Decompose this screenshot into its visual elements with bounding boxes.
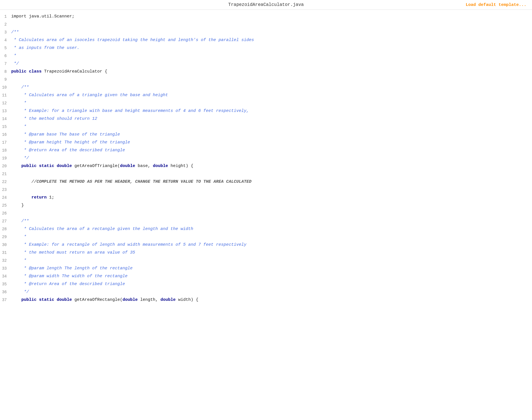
line-number: 4: [0, 36, 11, 44]
code-line: 34 * @param width The width of the recta…: [0, 272, 532, 280]
code-line: 32 *: [0, 257, 532, 265]
line-number: 10: [0, 83, 11, 91]
token-kw: double: [153, 164, 168, 168]
line-content[interactable]: * Calculates area of a triangle given th…: [11, 91, 532, 99]
line-content[interactable]: /**: [11, 28, 532, 36]
line-number: 16: [0, 131, 11, 139]
line-content[interactable]: */: [11, 60, 532, 68]
line-number: 2: [0, 21, 11, 28]
line-number: 11: [0, 91, 11, 99]
line-number: 18: [0, 146, 11, 154]
line-content[interactable]: public class TrapezoidAreaCalculator {: [11, 68, 532, 76]
line-number: 26: [0, 209, 11, 217]
line-content[interactable]: [11, 209, 532, 217]
line-number: 23: [0, 186, 11, 194]
token-txt: [54, 297, 57, 302]
code-line: 27 /**: [0, 217, 532, 225]
code-line: 31 * the method must return an area valu…: [0, 249, 532, 257]
token-txt: 1;: [47, 195, 54, 200]
token-kw: double: [160, 297, 176, 302]
token-txt: length,: [138, 297, 160, 302]
code-line: 36 */: [0, 288, 532, 296]
code-line: 11 * Calculates area of a triangle given…: [0, 91, 532, 99]
code-line: 12 *: [0, 99, 532, 107]
token-kw: static: [39, 297, 54, 302]
token-txt: [54, 164, 57, 168]
line-number: 27: [0, 217, 11, 225]
line-content[interactable]: * @return Area of the described triangle: [11, 280, 532, 288]
line-content[interactable]: * Example: for a rectangle of length and…: [11, 241, 532, 249]
line-content[interactable]: /**: [11, 217, 532, 225]
code-line: 14 * the method should return 12: [0, 115, 532, 123]
token-kw: return: [31, 195, 47, 200]
code-editor: 1import java.util.Scanner;2 3/**4 * Calc…: [0, 10, 532, 307]
line-content[interactable]: * @return Area of the described triangle: [11, 146, 532, 154]
line-content[interactable]: * Calculates area of an isoceles trapezo…: [11, 36, 532, 44]
line-content[interactable]: */: [11, 154, 532, 162]
line-content[interactable]: *: [11, 257, 532, 265]
line-content[interactable]: * as inputs from the user.: [11, 44, 532, 52]
code-line: 21: [0, 170, 532, 178]
line-content[interactable]: * the method must return an area value o…: [11, 249, 532, 257]
line-content[interactable]: * Calculates the area of a rectangle giv…: [11, 225, 532, 233]
token-cm: /**: [11, 30, 19, 35]
token-txt: TrapezoidAreaCalculator {: [42, 69, 107, 74]
line-content[interactable]: * Example: for a triangle with base and …: [11, 107, 532, 115]
line-content[interactable]: * @param length The length of the rectan…: [11, 265, 532, 272]
token-txt: height) {: [168, 164, 193, 168]
line-content[interactable]: //COMPLETE THE METHOD AS PER THE HEADER,…: [11, 178, 532, 186]
line-content[interactable]: * @param width The width of the rectangl…: [11, 272, 532, 280]
line-number: 21: [0, 170, 11, 178]
token-cm: * Example: for a rectangle of length and…: [11, 242, 246, 247]
line-content[interactable]: *: [11, 123, 532, 131]
code-line: 15 *: [0, 123, 532, 131]
token-txt: [11, 164, 21, 168]
token-cm: */: [11, 61, 19, 66]
line-content[interactable]: */: [11, 288, 532, 296]
line-content[interactable]: [11, 21, 532, 28]
code-line: 5 * as inputs from the user.: [0, 44, 532, 52]
line-content[interactable]: /**: [11, 83, 532, 91]
line-content[interactable]: *: [11, 52, 532, 60]
line-content[interactable]: }: [11, 202, 532, 209]
line-number: 24: [0, 194, 11, 202]
code-line: 24 return 1;: [0, 194, 532, 202]
line-content[interactable]: import java.util.Scanner;: [11, 13, 532, 21]
token-txt: import java.util.Scanner;: [11, 14, 74, 19]
line-number: 13: [0, 107, 11, 115]
token-cm: * the method must return an area value o…: [11, 250, 135, 255]
line-content[interactable]: public static double getAreaOfTriangle(d…: [11, 162, 532, 170]
line-content[interactable]: * @param height The height of the triang…: [11, 139, 532, 146]
token-kw: double: [57, 164, 72, 168]
token-cm: /**: [11, 219, 29, 223]
line-number: 35: [0, 280, 11, 288]
line-content[interactable]: [11, 170, 532, 178]
token-txt: base,: [135, 164, 153, 168]
line-number: 31: [0, 249, 11, 257]
token-kw: public: [11, 69, 26, 74]
token-cm: * @param height The height of the triang…: [11, 140, 130, 145]
code-line: 13 * Example: for a triangle with base a…: [0, 107, 532, 115]
line-number: 34: [0, 272, 11, 280]
code-line: 37 public static double getAreaOfRectang…: [0, 296, 532, 304]
line-content[interactable]: [11, 186, 532, 194]
line-number: 6: [0, 52, 11, 60]
line-content[interactable]: [11, 76, 532, 83]
token-cm: *: [11, 124, 26, 129]
line-number: 22: [0, 178, 11, 186]
token-kw: public: [21, 297, 37, 302]
line-content[interactable]: public static double getAreaOfRectangle(…: [11, 296, 532, 304]
line-content[interactable]: return 1;: [11, 194, 532, 202]
token-cm: * @param base The base of the triangle: [11, 132, 120, 137]
line-number: 28: [0, 225, 11, 233]
line-number: 14: [0, 115, 11, 123]
code-line: 10 /**: [0, 83, 532, 91]
file-title: TrapezoidAreaCalculator.java: [179, 2, 353, 7]
line-content[interactable]: * the method should return 12: [11, 115, 532, 123]
load-template-button[interactable]: Load default template...: [466, 3, 526, 7]
token-kw: public: [21, 164, 37, 168]
token-cm: * @param length The length of the rectan…: [11, 266, 133, 271]
line-content[interactable]: * @param base The base of the triangle: [11, 131, 532, 139]
line-content[interactable]: *: [11, 233, 532, 241]
line-content[interactable]: *: [11, 99, 532, 107]
